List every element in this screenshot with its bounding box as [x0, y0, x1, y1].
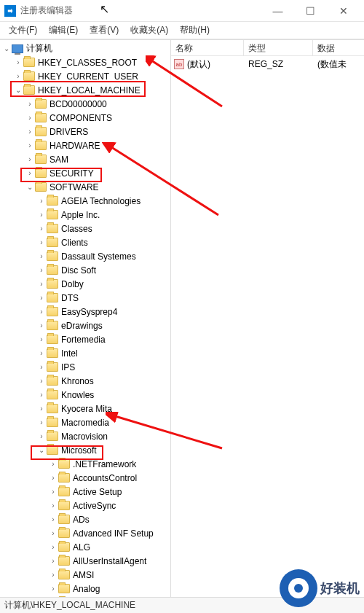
tree-item-edrawings[interactable]: ›eDrawings — [0, 319, 170, 332]
tree-item-ips[interactable]: ›IPS — [0, 360, 170, 374]
tree-item-current-user[interactable]: › HKEY_CURRENT_USER — [0, 69, 170, 83]
chevron-right-icon[interactable]: › — [36, 224, 47, 233]
tree-item-appserviceprotocols[interactable]: ›AppServiceProtocols — [0, 596, 170, 597]
chevron-down-icon[interactable]: ⌄ — [36, 446, 47, 454]
chevron-right-icon[interactable]: › — [13, 72, 23, 80]
tree-item-ads[interactable]: ›ADs — [0, 512, 170, 526]
tree-item-ageia-technologies[interactable]: ›AGEIA Technologies — [0, 194, 170, 208]
tree-item-dassault-systemes[interactable]: ›Dassault Systemes — [0, 249, 170, 263]
tree-item-kyocera-mita[interactable]: ›Kyocera Mita — [0, 402, 170, 415]
tree-root[interactable]: ⌄ 计算机 — [0, 42, 170, 55]
chevron-right-icon[interactable]: › — [13, 58, 23, 66]
chevron-down-icon[interactable]: ⌄ — [25, 183, 35, 191]
chevron-right-icon[interactable]: › — [36, 308, 47, 316]
chevron-right-icon[interactable]: › — [36, 335, 47, 343]
chevron-right-icon[interactable]: › — [48, 474, 58, 482]
column-name[interactable]: 名称 — [171, 40, 244, 55]
chevron-down-icon[interactable]: ⌄ — [1, 44, 12, 52]
tree-item-accountscontrol[interactable]: ›AccountsControl — [0, 471, 170, 485]
menu-edit[interactable]: 编辑(E) — [43, 24, 84, 36]
menu-favorites[interactable]: 收藏夹(A) — [124, 24, 174, 36]
chevron-right-icon[interactable]: › — [36, 349, 47, 357]
chevron-right-icon[interactable]: › — [25, 155, 35, 163]
tree-item-software[interactable]: ⌄SOFTWARE — [0, 180, 170, 194]
tree-item-knowles[interactable]: ›Knowles — [0, 388, 170, 402]
tree-item-classes-root[interactable]: › HKEY_CLASSES_ROOT — [0, 55, 170, 69]
tree-item-alg[interactable]: ›ALG — [0, 540, 170, 554]
tree-item-active-setup[interactable]: ›Active Setup — [0, 485, 170, 499]
chevron-right-icon[interactable]: › — [48, 529, 58, 537]
chevron-right-icon[interactable]: › — [36, 391, 47, 399]
chevron-right-icon[interactable]: › — [36, 294, 47, 302]
tree-item-hardware[interactable]: ›HARDWARE — [0, 138, 170, 152]
chevron-right-icon[interactable]: › — [36, 418, 47, 426]
chevron-right-icon[interactable]: › — [25, 169, 35, 177]
list-row[interactable]: ab (默认) REG_SZ (数值未 — [171, 58, 364, 71]
menu-help[interactable]: 帮助(H) — [174, 24, 215, 36]
tree-item--netframework[interactable]: ›.NETFramework — [0, 457, 170, 471]
minimize-button[interactable]: — — [261, 0, 294, 22]
node-label: HARDWARE — [50, 141, 100, 151]
chevron-right-icon[interactable]: › — [36, 252, 47, 260]
chevron-right-icon[interactable]: › — [48, 488, 58, 496]
chevron-right-icon[interactable]: › — [36, 377, 47, 385]
tree-item-disc-soft[interactable]: ›Disc Soft — [0, 263, 170, 277]
tree-item-sam[interactable]: ›SAM — [0, 152, 170, 166]
tree-item-alluserinstallagent[interactable]: ›AllUserInstallAgent — [0, 554, 170, 568]
chevron-right-icon[interactable]: › — [36, 432, 47, 440]
tree-item-apple-inc-[interactable]: ›Apple Inc. — [0, 208, 170, 222]
tree-item-intel[interactable]: ›Intel — [0, 346, 170, 360]
tree-scroll[interactable]: ⌄ 计算机 › HKEY_CLASSES_ROOT › HKEY_CURRENT… — [0, 40, 170, 597]
tree-item-fortemedia[interactable]: ›Fortemedia — [0, 332, 170, 346]
tree-item-dolby[interactable]: ›Dolby — [0, 277, 170, 291]
chevron-down-icon[interactable]: ⌄ — [13, 86, 23, 94]
list-pane: 名称 类型 数据 ab (默认) REG_SZ (数值未 — [171, 40, 364, 597]
chevron-right-icon[interactable]: › — [36, 321, 47, 329]
tree-item-activesync[interactable]: ›ActiveSync — [0, 499, 170, 512]
tree-item-local-machine[interactable]: ⌄ HKEY_LOCAL_MACHINE — [0, 83, 170, 97]
chevron-right-icon[interactable]: › — [48, 543, 58, 551]
tree-item-easysysprep4[interactable]: ›EasySysprep4 — [0, 305, 170, 319]
chevron-right-icon[interactable]: › — [36, 280, 47, 288]
tree-item-security[interactable]: ›SECURITY — [0, 166, 170, 180]
chevron-right-icon[interactable]: › — [25, 128, 35, 136]
tree-item-drivers[interactable]: ›DRIVERS — [0, 125, 170, 138]
chevron-right-icon[interactable]: › — [25, 141, 35, 149]
menu-view[interactable]: 查看(V) — [84, 24, 124, 36]
chevron-right-icon[interactable]: › — [36, 405, 47, 413]
chevron-right-icon[interactable]: › — [36, 363, 47, 371]
chevron-right-icon[interactable]: › — [48, 571, 58, 579]
tree-item-classes[interactable]: ›Classes — [0, 222, 170, 235]
chevron-right-icon[interactable]: › — [36, 266, 47, 274]
tree-item-khronos[interactable]: ›Khronos — [0, 374, 170, 388]
folder-icon — [58, 528, 70, 538]
maximize-button[interactable]: ☐ — [294, 0, 327, 22]
chevron-right-icon[interactable]: › — [48, 585, 58, 593]
folder-icon — [47, 321, 58, 330]
chevron-right-icon[interactable]: › — [25, 114, 35, 122]
tree-item-amsi[interactable]: ›AMSI — [0, 568, 170, 582]
tree-item-advanced-inf-setup[interactable]: ›Advanced INF Setup — [0, 526, 170, 540]
close-button[interactable]: ✕ — [327, 0, 360, 22]
column-type[interactable]: 类型 — [244, 40, 313, 55]
tree-item-analog[interactable]: ›Analog — [0, 582, 170, 596]
chevron-right-icon[interactable]: › — [36, 197, 47, 205]
tree-item-bcd00000000[interactable]: ›BCD00000000 — [0, 97, 170, 111]
column-data[interactable]: 数据 — [313, 40, 364, 55]
menu-file[interactable]: 文件(F) — [3, 24, 43, 36]
tree-item-macrovision[interactable]: ›Macrovision — [0, 429, 170, 443]
chevron-right-icon[interactable]: › — [48, 501, 58, 509]
chevron-right-icon[interactable]: › — [48, 515, 58, 523]
chevron-right-icon[interactable]: › — [25, 100, 35, 108]
chevron-right-icon[interactable]: › — [48, 557, 58, 565]
chevron-right-icon[interactable]: › — [36, 238, 47, 246]
node-label: IPS — [61, 362, 75, 372]
tree-item-dts[interactable]: ›DTS — [0, 291, 170, 305]
tree-item-macromedia[interactable]: ›Macromedia — [0, 415, 170, 429]
tree-item-clients[interactable]: ›Clients — [0, 235, 170, 249]
chevron-right-icon[interactable]: › — [48, 460, 58, 468]
chevron-right-icon[interactable]: › — [36, 211, 47, 219]
tree-item-components[interactable]: ›COMPONENTS — [0, 111, 170, 125]
node-label: 计算机 — [26, 42, 52, 55]
tree-item-microsoft[interactable]: ⌄Microsoft — [0, 443, 170, 457]
